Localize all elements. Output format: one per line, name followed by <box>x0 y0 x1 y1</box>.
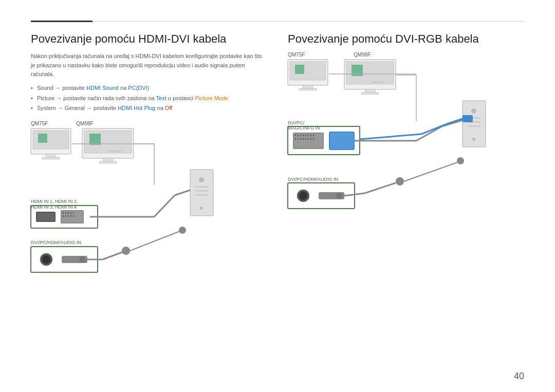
svg-rect-54 <box>303 85 313 88</box>
svg-rect-4 <box>42 157 60 159</box>
svg-text:DVI/PC/: DVI/PC/ <box>288 120 305 125</box>
svg-rect-85 <box>303 138 304 140</box>
svg-rect-24 <box>62 211 83 222</box>
svg-rect-28 <box>70 212 71 214</box>
bullet-list: Sound → postavite HDMI Sound na PC(DVI) … <box>31 83 267 114</box>
svg-text:HDMI IN 1, HDMI IN 2,: HDMI IN 1, HDMI IN 2, <box>31 199 78 204</box>
right-title: Povezivanje pomoću DVI-RGB kabela <box>288 32 524 46</box>
bullet2-hl1: Text <box>156 95 166 101</box>
top-divider <box>31 21 524 22</box>
svg-rect-27 <box>68 212 69 214</box>
svg-rect-77 <box>303 135 304 136</box>
svg-text:DVI/PC/HDMI/AUDIO IN: DVI/PC/HDMI/AUDIO IN <box>288 177 338 182</box>
svg-point-49 <box>179 227 186 234</box>
svg-rect-75 <box>298 135 299 136</box>
svg-rect-80 <box>310 135 311 136</box>
svg-rect-91 <box>330 133 354 149</box>
left-description: Nakon priključivanja računala na uređaj … <box>31 52 267 79</box>
svg-rect-26 <box>65 212 66 214</box>
svg-rect-7 <box>89 134 101 145</box>
bullet3-hl2: Off <box>165 105 172 111</box>
svg-point-15 <box>199 177 204 182</box>
svg-point-19 <box>200 207 203 210</box>
svg-point-108 <box>396 177 404 185</box>
svg-line-38 <box>154 195 175 217</box>
svg-text:HDMI IN 3, HDMI IN 4: HDMI IN 3, HDMI IN 4 <box>31 204 77 210</box>
left-monitor-labels: QM75F QM98F <box>31 121 267 126</box>
svg-text:MAGICINFO IN: MAGICINFO IN <box>288 125 320 130</box>
svg-rect-22 <box>37 213 54 221</box>
right-diagram-svg: DVI/PC/ MAGICINFO IN <box>288 60 524 245</box>
svg-rect-30 <box>63 215 64 217</box>
bullet-item-2: Picture → postavite način rada svih zasl… <box>31 94 267 104</box>
svg-rect-31 <box>65 215 66 217</box>
svg-rect-84 <box>300 138 301 140</box>
svg-point-66 <box>471 108 476 114</box>
bullet2-hl2: Picture Mode <box>195 95 228 101</box>
svg-line-107 <box>365 183 396 193</box>
bullet2-mid: u postavci <box>166 95 195 101</box>
bullet1-hl1: HDMI Sound <box>86 85 119 91</box>
content-columns: Povezivanje pomoću HDMI-DVI kabela Nakon… <box>31 32 524 280</box>
svg-line-39 <box>175 190 190 195</box>
bullet2-prefix: Picture → postavite način rada svih zasl… <box>37 95 156 101</box>
svg-rect-16 <box>195 186 208 188</box>
svg-rect-3 <box>46 154 56 157</box>
divider-dark <box>31 21 92 22</box>
svg-rect-79 <box>308 135 309 136</box>
svg-rect-87 <box>308 138 309 140</box>
bullet1-mid: na <box>119 85 128 91</box>
left-diagram-svg: HDMI IN 1, HDMI IN 2, HDMI IN 3, HDMI IN… <box>31 128 257 283</box>
svg-rect-17 <box>195 190 208 192</box>
right-monitor-labels: QM75F QM98F <box>288 52 524 58</box>
svg-rect-59 <box>371 81 383 83</box>
bullet1-hl2: PC(DVI) <box>128 85 149 91</box>
svg-rect-100 <box>462 115 473 122</box>
svg-rect-86 <box>305 138 306 140</box>
svg-point-103 <box>299 192 307 200</box>
svg-rect-33 <box>70 215 71 217</box>
page-number: 40 <box>514 371 524 382</box>
left-monitor-label-2: QM98F <box>76 121 93 126</box>
svg-rect-78 <box>305 135 306 136</box>
left-column: Povezivanje pomoću HDMI-DVI kabela Nakon… <box>31 32 267 280</box>
svg-rect-76 <box>300 135 301 136</box>
bullet3-hl1: HDMI Hot Plug <box>118 105 155 111</box>
svg-rect-29 <box>73 212 74 214</box>
svg-line-97 <box>360 134 421 139</box>
svg-point-47 <box>122 247 130 255</box>
svg-rect-83 <box>298 138 299 140</box>
svg-point-44 <box>79 256 85 263</box>
svg-rect-34 <box>73 215 74 217</box>
svg-rect-55 <box>299 88 317 90</box>
svg-line-109 <box>404 162 457 181</box>
svg-rect-25 <box>63 212 64 214</box>
svg-rect-53 <box>295 65 304 74</box>
svg-rect-74 <box>295 135 296 136</box>
right-column: Povezivanje pomoću DVI-RGB kabela QM75F … <box>288 32 524 280</box>
svg-rect-81 <box>313 135 314 136</box>
svg-line-98 <box>421 124 447 134</box>
svg-rect-8 <box>109 150 121 152</box>
bullet1-prefix: Sound → postavite <box>37 85 86 91</box>
left-diagram: QM75F QM98F <box>31 121 267 280</box>
svg-rect-89 <box>313 138 314 140</box>
svg-point-110 <box>457 157 464 164</box>
bullet3-mid: na <box>155 105 164 111</box>
right-diagram: QM75F QM98F <box>288 52 524 242</box>
bullet-item-3: System → General → postavite HDMI Hot Pl… <box>31 103 267 114</box>
right-monitor-label-1: QM75F <box>288 52 305 58</box>
divider-light <box>92 21 524 22</box>
svg-rect-88 <box>310 138 311 140</box>
svg-rect-9 <box>103 158 113 161</box>
svg-rect-61 <box>361 92 379 95</box>
svg-point-70 <box>472 138 475 141</box>
right-monitor-label-2: QM98F <box>354 52 371 58</box>
svg-point-42 <box>42 255 50 264</box>
svg-point-105 <box>336 193 342 199</box>
svg-rect-69 <box>468 125 480 127</box>
bullet-item-1: Sound → postavite HDMI Sound na PC(DVI) <box>31 83 267 94</box>
svg-rect-10 <box>99 161 117 163</box>
svg-line-46 <box>103 252 123 259</box>
left-title: Povezivanje pomoću HDMI-DVI kabela <box>31 32 267 46</box>
